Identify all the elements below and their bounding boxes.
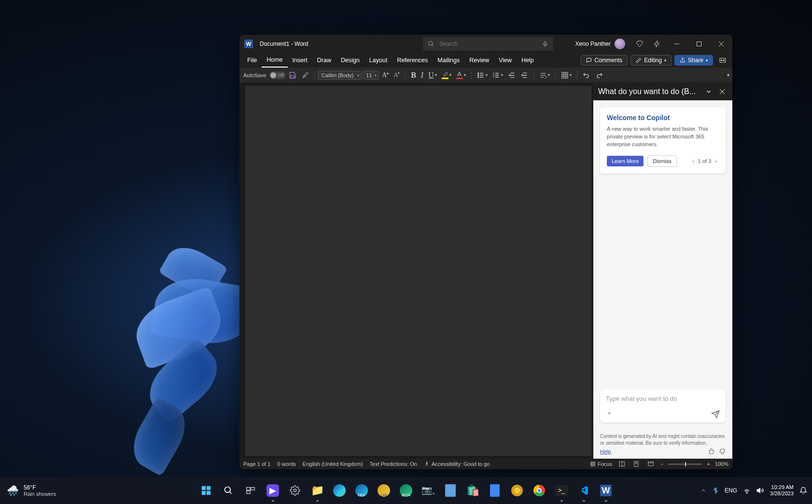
taskbar-app-store[interactable]: 🛍️: [463, 481, 482, 500]
tab-references[interactable]: References: [392, 53, 433, 68]
volume-icon[interactable]: [756, 487, 764, 494]
start-button[interactable]: [197, 481, 215, 500]
numbering-button[interactable]: 123 ▾: [490, 69, 505, 81]
notifications-button[interactable]: [799, 487, 807, 494]
search-taskbar-button[interactable]: [219, 481, 238, 500]
word-count[interactable]: 0 words: [277, 461, 296, 467]
taskbar-app-edge[interactable]: [330, 481, 349, 500]
font-color-button[interactable]: A ▾: [454, 69, 468, 81]
taskbar-app-word[interactable]: W: [597, 481, 615, 500]
bold-button[interactable]: B: [409, 69, 418, 81]
copilot-input[interactable]: [606, 395, 720, 402]
zoom-out-button[interactable]: −: [660, 461, 663, 467]
read-mode-button[interactable]: [617, 460, 627, 468]
taskbar-app-docs[interactable]: [486, 481, 504, 500]
web-layout-button[interactable]: [646, 460, 656, 468]
underline-button[interactable]: U▾: [426, 69, 439, 81]
undo-button[interactable]: [581, 69, 592, 81]
thumbs-up-button[interactable]: [708, 448, 715, 455]
redo-button[interactable]: [593, 69, 605, 81]
coming-soon-icon[interactable]: [648, 35, 666, 53]
focus-mode-button[interactable]: Focus: [590, 461, 612, 467]
thumbs-down-button[interactable]: [719, 448, 726, 455]
user-account[interactable]: Xeno Panther: [575, 39, 625, 49]
zoom-slider[interactable]: [668, 463, 702, 465]
tray-overflow-button[interactable]: [700, 488, 706, 493]
maximize-button[interactable]: [688, 35, 710, 53]
taskbar-app-explorer[interactable]: 📁: [308, 481, 326, 500]
help-link[interactable]: Help: [600, 449, 611, 454]
pager-next-button[interactable]: ›: [713, 157, 719, 165]
tab-mailings[interactable]: Mailings: [433, 53, 464, 68]
copilot-panel: What do you want to do (B... Welcome to …: [593, 83, 732, 459]
tab-file[interactable]: File: [242, 53, 262, 68]
taskbar-app-edge-canary[interactable]: CAN: [375, 481, 393, 500]
copilot-close-button[interactable]: [717, 86, 728, 97]
font-size-dropdown[interactable]: 11 ▾: [363, 71, 379, 80]
share-button[interactable]: Share ▾: [674, 55, 713, 66]
taskbar-app-camera[interactable]: 📷+: [419, 481, 437, 500]
editing-mode-dropdown[interactable]: Editing ▾: [630, 55, 672, 66]
pager-prev-button[interactable]: ‹: [690, 157, 696, 165]
shrink-font-button[interactable]: A▾: [392, 69, 402, 81]
zoom-level[interactable]: 100%: [715, 461, 728, 467]
save-button[interactable]: [287, 69, 298, 81]
premium-diamond-icon[interactable]: [631, 35, 648, 53]
tab-layout[interactable]: Layout: [364, 53, 392, 68]
font-name-dropdown[interactable]: Calibri (Body) ▾: [318, 71, 362, 80]
taskbar-app-vscode[interactable]: [574, 481, 593, 500]
format-painter-button[interactable]: [299, 69, 311, 81]
search-box[interactable]: [423, 37, 553, 51]
tab-design[interactable]: Design: [336, 53, 364, 68]
bullets-button[interactable]: ▾: [475, 69, 490, 81]
taskbar-app-edge-dev[interactable]: DEV: [352, 481, 371, 500]
decrease-indent-button[interactable]: [506, 69, 518, 81]
taskbar-app-notepad[interactable]: [441, 481, 460, 500]
send-button[interactable]: [711, 410, 720, 419]
highlight-button[interactable]: ▾: [440, 69, 453, 81]
tab-review[interactable]: Review: [464, 53, 494, 68]
document-canvas[interactable]: [245, 86, 591, 456]
tab-draw[interactable]: Draw: [312, 53, 336, 68]
print-layout-button[interactable]: [631, 460, 641, 468]
wifi-icon[interactable]: [743, 487, 751, 494]
taskbar-app-settings[interactable]: [286, 481, 304, 500]
taskbar-app-edge-beta[interactable]: BETA: [397, 481, 415, 500]
copilot-toggle-button[interactable]: [716, 54, 729, 67]
close-button[interactable]: [710, 35, 732, 53]
copilot-collapse-button[interactable]: [703, 86, 714, 97]
language-indicator[interactable]: ENG: [725, 487, 737, 494]
language[interactable]: English (United Kingdom): [303, 461, 363, 467]
taskbar-app-terminal[interactable]: >_: [552, 481, 571, 500]
tab-home[interactable]: Home: [262, 53, 287, 68]
taskbar-app-clipchamp[interactable]: ▶: [264, 481, 282, 500]
page-info[interactable]: Page 1 of 1: [243, 461, 270, 467]
increase-indent-button[interactable]: [518, 69, 530, 81]
toggle-switch[interactable]: Off: [269, 71, 286, 79]
dismiss-button[interactable]: Dismiss: [647, 155, 677, 167]
microphone-icon[interactable]: [542, 41, 548, 47]
autosave-toggle[interactable]: AutoSave Off: [243, 71, 286, 79]
styles-button[interactable]: ▾: [537, 69, 552, 81]
tab-insert[interactable]: Insert: [288, 53, 312, 68]
learn-more-button[interactable]: Learn More: [607, 156, 644, 166]
system-clock[interactable]: 10:29 AM 3/28/2023: [770, 484, 794, 497]
tab-view[interactable]: View: [494, 53, 517, 68]
zoom-in-button[interactable]: +: [707, 461, 710, 467]
search-input[interactable]: [439, 41, 537, 47]
bluetooth-icon[interactable]: [712, 487, 719, 494]
minimize-button[interactable]: [666, 35, 688, 53]
task-view-button[interactable]: [241, 481, 260, 500]
sparkle-icon[interactable]: [606, 411, 613, 418]
text-predictions[interactable]: Text Predictions: On: [370, 461, 417, 467]
italic-button[interactable]: I: [419, 69, 425, 81]
comments-button[interactable]: Comments: [581, 55, 628, 66]
taskbar-app-chrome[interactable]: [530, 481, 548, 500]
ribbon-collapse-button[interactable]: ▾: [727, 72, 729, 78]
tab-help[interactable]: Help: [517, 53, 539, 68]
accessibility-status[interactable]: Accessibility: Good to go: [424, 461, 490, 467]
taskbar-app-chrome-canary[interactable]: [508, 481, 526, 500]
grow-font-button[interactable]: A▴: [380, 69, 391, 81]
weather-widget[interactable]: 🌧️ 56°F Rain showers: [0, 484, 56, 497]
table-button[interactable]: ▾: [559, 69, 574, 81]
